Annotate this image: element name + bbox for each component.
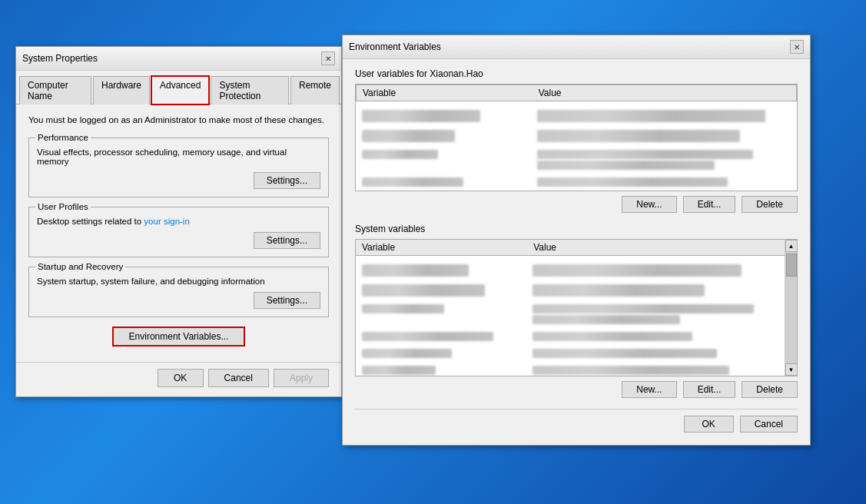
- performance-settings-btn[interactable]: Settings...: [254, 172, 320, 189]
- startup-recovery-settings-btn[interactable]: Settings...: [254, 292, 320, 309]
- env-var-row: Environment Variables...: [28, 327, 329, 346]
- performance-label: Performance: [35, 133, 91, 142]
- user-edit-btn[interactable]: Edit...: [683, 196, 736, 213]
- sys-var-row-1[interactable]: [356, 260, 785, 280]
- user-val-col-header: Value: [533, 85, 797, 101]
- env-close-btn[interactable]: ✕: [790, 40, 804, 54]
- ok-btn[interactable]: OK: [158, 369, 204, 387]
- user-vars-title: User variables for Xiaonan.Hao: [355, 68, 798, 79]
- env-var-btn[interactable]: Environment Variables...: [112, 327, 246, 346]
- sys-vars-btn-row: New... Edit... Delete: [355, 381, 798, 398]
- system-properties-title: System Properties: [22, 53, 98, 64]
- user-profiles-settings-btn[interactable]: Settings...: [254, 232, 320, 249]
- user-vars-table: Variable Value: [356, 85, 797, 101]
- tab-hardware[interactable]: Hardware: [93, 76, 150, 104]
- env-ok-btn[interactable]: OK: [684, 416, 734, 433]
- tab-computer-name[interactable]: Computer Name: [19, 76, 91, 104]
- user-var-row-3[interactable]: [356, 146, 797, 174]
- user-var-row-4[interactable]: [356, 174, 797, 191]
- env-titlebar-controls: ✕: [790, 40, 804, 54]
- system-properties-dialog: System Properties ✕ Computer Name Hardwa…: [15, 46, 342, 397]
- user-var-row-2[interactable]: [356, 126, 797, 146]
- sys-table-inner: Variable Value: [356, 240, 785, 376]
- sys-var-row-4[interactable]: [356, 328, 785, 345]
- sys-val-col-header: Value: [527, 240, 785, 256]
- tab-system-protection[interactable]: System Protection: [211, 76, 289, 104]
- scrollbar-up-btn[interactable]: ▲: [785, 240, 798, 252]
- startup-recovery-desc: System startup, system failure, and debu…: [37, 277, 320, 286]
- dialog-content: You must be logged on as an Administrato…: [16, 104, 341, 362]
- performance-section: Performance Visual effects, processor sc…: [28, 138, 329, 197]
- scrollbar-down-btn[interactable]: ▼: [785, 363, 798, 376]
- sys-new-btn[interactable]: New...: [622, 381, 676, 398]
- sys-vars-body: [356, 260, 785, 376]
- sys-vars-table: Variable Value: [356, 240, 785, 256]
- user-new-btn[interactable]: New...: [622, 196, 676, 213]
- tab-remote[interactable]: Remote: [290, 76, 340, 104]
- sys-var-col-header: Variable: [356, 240, 527, 256]
- dialog-footer: OK Cancel Apply: [16, 362, 341, 396]
- user-vars-table-wrap: Variable Value: [355, 84, 798, 191]
- startup-recovery-section: Startup and Recovery System startup, sys…: [28, 267, 329, 317]
- performance-desc: Visual effects, processor scheduling, me…: [37, 148, 320, 166]
- sys-delete-btn[interactable]: Delete: [742, 381, 798, 398]
- system-properties-close-btn[interactable]: ✕: [321, 51, 335, 65]
- sys-vars-table-wrap: Variable Value: [355, 239, 798, 376]
- titlebar-controls: ✕: [321, 51, 335, 65]
- tab-advanced[interactable]: Advanced: [151, 76, 209, 104]
- tabs-bar: Computer Name Hardware Advanced System P…: [16, 71, 341, 104]
- env-title: Environment Variables: [349, 41, 441, 52]
- env-cancel-btn[interactable]: Cancel: [740, 416, 798, 433]
- user-var-col-header: Variable: [357, 85, 533, 101]
- user-vars-body: [356, 106, 797, 191]
- user-profiles-label: User Profiles: [35, 202, 91, 211]
- sys-var-row-2[interactable]: [356, 280, 785, 300]
- cancel-btn[interactable]: Cancel: [208, 369, 269, 387]
- sys-var-row-3[interactable]: [356, 300, 785, 328]
- system-properties-titlebar: System Properties ✕: [16, 47, 341, 71]
- user-var-row-1[interactable]: [356, 106, 797, 126]
- env-variables-dialog: Environment Variables ✕ User variables f…: [342, 35, 811, 446]
- scrollbar-thumb[interactable]: [786, 254, 797, 277]
- sys-vars-title: System variables: [355, 224, 798, 234]
- sys-scrollbar: ▲ ▼: [785, 240, 797, 376]
- startup-recovery-label: Startup and Recovery: [35, 262, 125, 271]
- apply-btn[interactable]: Apply: [274, 369, 329, 387]
- admin-notice: You must be logged on as an Administrato…: [28, 114, 329, 127]
- env-content: User variables for Xiaonan.Hao Variable …: [343, 59, 810, 445]
- sys-var-row-6[interactable]: [356, 362, 785, 376]
- user-profiles-desc: Desktop settings related to your sign-in: [37, 217, 320, 226]
- sys-edit-btn[interactable]: Edit...: [683, 381, 736, 398]
- sys-var-row-5[interactable]: [356, 345, 785, 362]
- user-delete-btn[interactable]: Delete: [742, 196, 798, 213]
- env-footer: OK Cancel: [355, 409, 798, 436]
- scrollbar-track: [785, 252, 797, 363]
- env-titlebar: Environment Variables ✕: [343, 35, 810, 59]
- user-profiles-section: User Profiles Desktop settings related t…: [28, 207, 329, 257]
- user-vars-btn-row: New... Edit... Delete: [355, 196, 798, 213]
